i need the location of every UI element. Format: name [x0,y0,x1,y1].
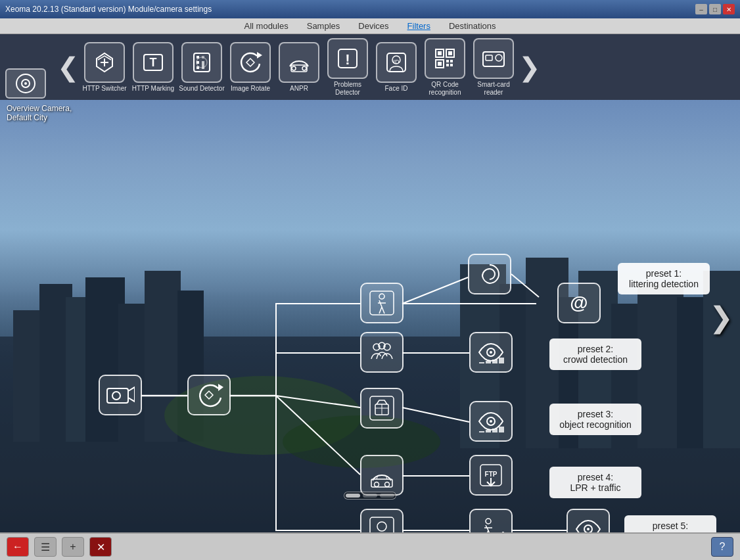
analytics-node[interactable] [567,509,610,534]
window-title: Xeoma 20.2.13 (Standard version) Module/… [5,5,693,14]
preset3-line1: preset 3: [578,409,613,419]
preset4-line2: LPR + traffic [570,482,620,493]
svg-text:FTP: FTP [485,471,497,478]
svg-rect-29 [446,60,449,62]
svg-rect-77 [486,361,491,363]
canvas-right-arrow[interactable]: ❯ [709,300,733,334]
menubar: All modules Samples Devices Filters Dest… [0,18,740,34]
svg-rect-79 [499,358,504,363]
motion-detector-node[interactable] [360,283,404,323]
menu-devices[interactable]: Devices [356,20,391,32]
face-id-icon: ID [376,42,417,83]
image-rotate-label: Image Rotate [231,85,270,93]
face-id-label: Face ID [384,85,407,93]
svg-point-70 [379,294,384,299]
help-button[interactable]: ? [711,537,733,557]
preset4-line1: preset 4: [578,472,613,482]
svg-text:ID: ID [394,58,400,65]
module-bar: ❮ HTTP Switcher T HTTP Marking [0,34,740,100]
preset2-line1: preset 2: [578,344,613,354]
smart-card-icon [473,38,514,79]
menu-destinations[interactable]: Destinations [446,20,499,32]
svg-point-67 [112,392,120,400]
preset1-line2: littering detection [629,279,699,289]
object-node[interactable] [360,388,404,429]
svg-rect-30 [450,60,453,62]
qr-code-label: QR Code recognition [422,81,468,97]
svg-text:!: ! [345,51,350,68]
menu-samples[interactable]: Samples [304,20,343,32]
svg-rect-24 [438,51,442,55]
maximize-button[interactable]: □ [709,4,721,14]
svg-marker-68 [218,384,223,391]
rotate-node[interactable] [187,375,231,415]
preset1-line1: preset 1: [646,268,682,279]
svg-rect-78 [492,360,497,363]
module-http-switcher[interactable]: HTTP Switcher [81,42,127,93]
module-anpr[interactable]: ANPR [276,42,322,93]
close-button[interactable]: ✕ [723,4,735,14]
email-node[interactable]: @ [557,283,601,323]
modulebar-right-arrow[interactable]: ❯ [519,47,540,87]
sound-detector-label: Sound Detector [179,85,225,93]
preset4-label: preset 4: LPR + traffic [549,467,641,498]
preset3-line2: object recognition [559,419,632,430]
module-qr-code[interactable]: QR Code recognition [422,38,468,97]
svg-rect-76 [479,362,484,363]
anpr-label: ANPR [290,85,308,93]
main-canvas: @ [0,100,740,534]
preset3-label: preset 3: object recognition [549,404,641,435]
svg-marker-66 [128,387,135,402]
list-button[interactable]: ☰ [34,537,57,557]
smart-card-label: Smart-card reader [471,81,517,97]
problems-detector-icon: ! [327,38,368,79]
module-face-id[interactable]: ID Face ID [373,42,419,93]
left-sidebar [5,68,46,100]
bottombar: ← ☰ + ✕ ? [0,532,740,560]
image-rotate-icon [230,42,271,83]
svg-point-17 [302,66,306,70]
sound-detector-icon [181,42,222,83]
eye1-node[interactable] [469,332,513,373]
preset2-label: preset 2: crowd detection [549,338,641,370]
problems-detector-label: Problems Detector [325,81,371,97]
svg-rect-87 [499,427,504,432]
camera-node[interactable] [99,375,142,415]
back-button[interactable]: ← [7,537,29,557]
svg-point-75 [490,351,492,354]
svg-rect-31 [446,64,449,66]
module-smart-card[interactable]: Smart-card reader [471,38,517,97]
crowd-node[interactable] [360,332,404,373]
module-sound-detector[interactable]: Sound Detector [179,42,225,93]
qr-code-icon [425,38,465,79]
preset5-line1: preset 5: [653,521,688,531]
module-image-rotate[interactable]: Image Rotate [227,42,273,93]
spiral-node[interactable] [468,254,511,294]
svg-rect-34 [486,55,492,60]
modulebar-left-arrow[interactable]: ❮ [58,47,79,87]
face-node[interactable] [360,509,404,534]
minimize-button[interactable]: – [695,4,707,14]
module-problems-detector[interactable]: ! Problems Detector [325,38,371,97]
svg-point-35 [496,55,502,61]
add-button[interactable]: + [62,537,84,557]
svg-point-98 [587,528,590,530]
ftp-node[interactable]: FTP [469,455,513,496]
car-node[interactable] [360,455,404,496]
counter-node[interactable]: +N [469,509,513,534]
scroll-indicator[interactable] [344,492,396,500]
eye-module-icon[interactable] [5,68,46,99]
menu-filters[interactable]: Filters [405,20,433,32]
menu-all-modules[interactable]: All modules [242,20,291,32]
svg-point-90 [385,482,390,487]
preset5-label: preset 5: people counter [624,515,716,534]
module-http-marking[interactable]: T HTTP Marking [130,42,176,93]
titlebar: Xeoma 20.2.13 (Standard version) Module/… [0,0,740,18]
delete-button[interactable]: ✕ [89,537,112,557]
camera-label: Overview Camera, Default City [7,104,72,122]
eye2-node[interactable] [469,401,513,442]
svg-rect-26 [448,51,452,55]
http-marking-icon: T [133,42,173,83]
svg-rect-28 [438,62,442,66]
preset2-line2: crowd detection [563,354,628,365]
